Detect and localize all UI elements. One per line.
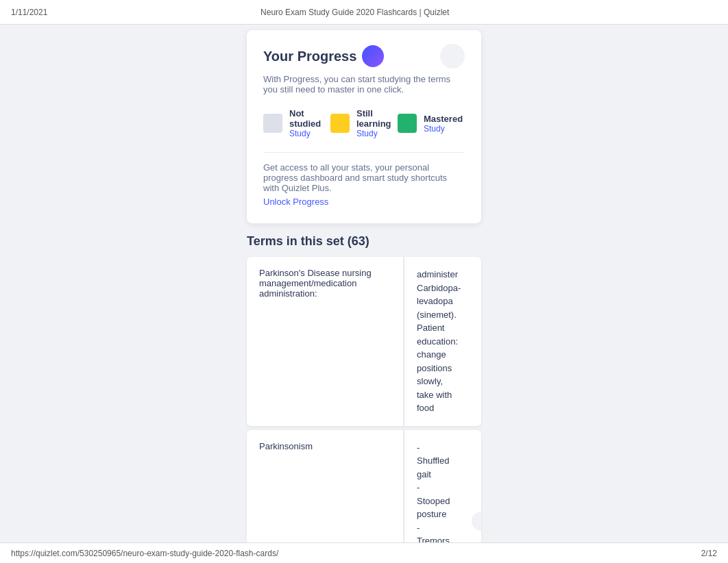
flashcard-actions: [473, 257, 481, 426]
table-row: Parkinson's Disease nursing management/m…: [247, 257, 481, 426]
not-studied-color: [263, 114, 282, 133]
progress-icon: [362, 45, 384, 67]
progress-categories: Not studied Study Still learning Study M…: [263, 108, 465, 138]
terms-section: Terms in this set (63) Parkinson's Disea…: [247, 234, 481, 563]
still-learning-action[interactable]: Study: [356, 129, 398, 138]
progress-section: Your Progress With Progress, you can sta…: [247, 30, 481, 223]
unlock-area: Get access to all your stats, your perso…: [263, 152, 465, 207]
still-learning-info: Still learning Study: [356, 108, 398, 138]
flashcard-term: Parkinson's Disease nursing management/m…: [247, 257, 404, 426]
not-studied-action[interactable]: Study: [289, 129, 330, 138]
top-bar: 1/11/2021 Neuro Exam Study Guide 2020 Fl…: [0, 0, 728, 25]
mastered-action[interactable]: Study: [424, 124, 463, 134]
flashcard-definition: administer Carbidopa-levadopa (sinemet).…: [404, 257, 473, 426]
category-still-learning: Still learning Study: [330, 108, 398, 138]
still-learning-color: [330, 114, 350, 133]
date-label: 1/11/2021: [11, 8, 47, 17]
flashcard-action-button[interactable]: [472, 512, 481, 531]
page-title: Neuro Exam Study Guide 2020 Flashcards |…: [260, 8, 449, 17]
progress-subtitle: With Progress, you can start studying th…: [263, 74, 465, 95]
category-mastered: Mastered Study: [398, 108, 465, 138]
terms-header: Terms in this set (63): [247, 234, 481, 249]
still-learning-label: Still learning: [356, 108, 398, 129]
not-studied-label: Not studied: [289, 108, 330, 129]
progress-title: Your Progress: [263, 49, 356, 64]
cards-container: Parkinson's Disease nursing management/m…: [247, 257, 481, 563]
pagination: 2/12: [701, 549, 717, 558]
page-url: https://quizlet.com/530250965/neuro-exam…: [11, 549, 278, 558]
not-studied-info: Not studied Study: [289, 108, 330, 138]
mastered-color: [398, 114, 417, 133]
bottom-bar: https://quizlet.com/530250965/neuro-exam…: [0, 542, 728, 563]
progress-header: Your Progress: [263, 44, 465, 68]
unlock-link[interactable]: Unlock Progress: [263, 197, 328, 207]
category-not-studied: Not studied Study: [263, 108, 330, 138]
unlock-text: Get access to all your stats, your perso…: [263, 162, 465, 193]
progress-menu-button[interactable]: [440, 44, 465, 68]
mastered-label: Mastered: [424, 114, 463, 124]
mastered-info: Mastered Study: [424, 114, 463, 134]
